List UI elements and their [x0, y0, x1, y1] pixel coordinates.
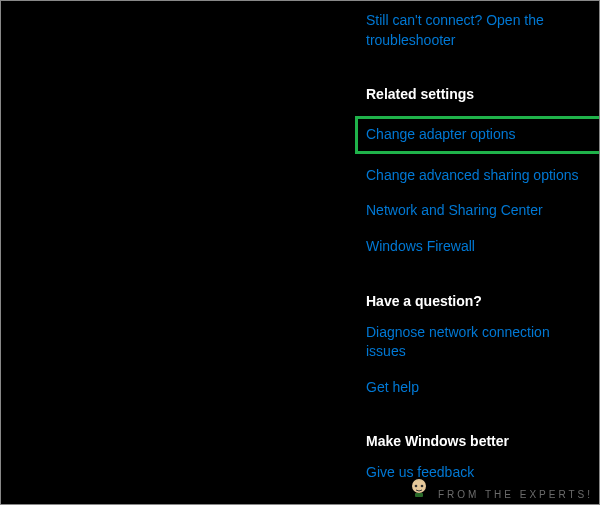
have-a-question-heading: Have a question?	[366, 293, 586, 309]
watermark-text: FROM THE EXPERTS!	[438, 489, 593, 500]
troubleshooter-link[interactable]: Still can't connect? Open the troublesho…	[366, 11, 586, 50]
feedback-links: Give us feedback	[366, 463, 586, 483]
give-feedback-link[interactable]: Give us feedback	[366, 463, 586, 483]
settings-right-panel: Still can't connect? Open the troublesho…	[366, 11, 586, 483]
svg-point-1	[415, 485, 418, 488]
svg-point-2	[421, 485, 424, 488]
question-links: Diagnose network connection issues Get h…	[366, 323, 586, 398]
related-settings-links: Change adapter options Change advanced s…	[366, 116, 586, 256]
svg-rect-3	[415, 493, 423, 497]
have-a-question-section: Have a question? Diagnose network connec…	[366, 293, 586, 398]
advanced-sharing-link[interactable]: Change advanced sharing options	[366, 166, 586, 186]
diagnose-issues-link[interactable]: Diagnose network connection issues	[366, 323, 586, 362]
change-adapter-options-link[interactable]: Change adapter options	[366, 125, 595, 145]
related-settings-heading: Related settings	[366, 86, 586, 102]
highlight-box: Change adapter options	[355, 116, 600, 154]
get-help-link[interactable]: Get help	[366, 378, 586, 398]
make-windows-better-section: Make Windows better Give us feedback	[366, 433, 586, 483]
windows-firewall-link[interactable]: Windows Firewall	[366, 237, 586, 257]
network-sharing-center-link[interactable]: Network and Sharing Center	[366, 201, 586, 221]
related-settings-section: Related settings Change adapter options …	[366, 86, 586, 256]
make-windows-better-heading: Make Windows better	[366, 433, 586, 449]
